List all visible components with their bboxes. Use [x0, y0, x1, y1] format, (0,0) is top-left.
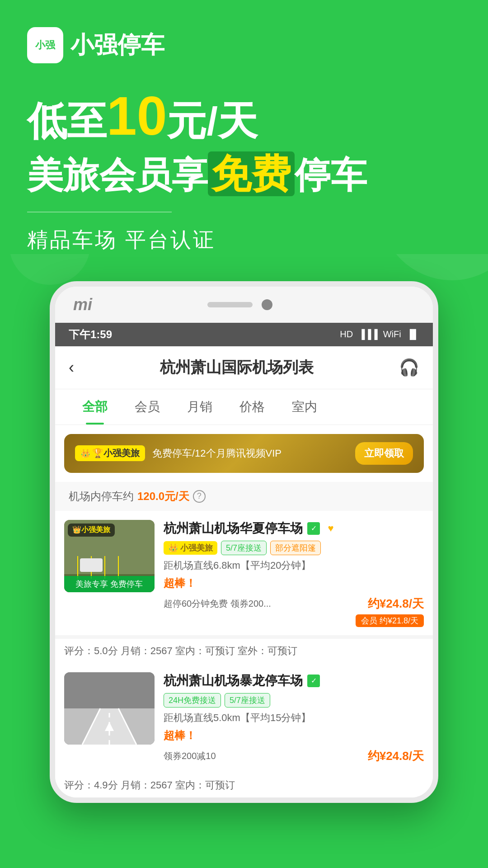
tab-monthly[interactable]: 月销 [174, 389, 226, 425]
member-price-area-1: 会员 约¥21.8/天 [164, 615, 424, 626]
thumb-badge-1: 👑小强美旅 [68, 524, 115, 537]
hero-line2-highlight: 免费 [208, 151, 295, 196]
distance-1: 距机场直线6.8km【平均20分钟】 [164, 559, 424, 572]
tag-shuttle-2: 5/7座接送 [225, 693, 270, 708]
phone-camera [262, 299, 272, 310]
banner-left: 👑 🏆小强美旅 免费停车/12个月腾讯视频VIP [75, 445, 282, 461]
status-time: 下午1:59 [69, 327, 112, 342]
nav-back-button[interactable]: ‹ [69, 358, 74, 377]
status-bar: 下午1:59 HD ▐▐▐ WiFi ▐▌ [55, 323, 433, 346]
app-header: 小强 小强停车 [27, 27, 461, 63]
tabs-row: 全部 会员 月销 价格 室内 [55, 389, 433, 425]
tag-meilv-1: 👑 小强美旅 [164, 541, 217, 555]
app-logo: 小强 [27, 27, 63, 63]
svg-rect-6 [80, 558, 103, 572]
status-icons: HD ▐▐▐ WiFi ▐▌ [340, 329, 419, 340]
logo-text: 小强 [35, 38, 55, 52]
divider [27, 212, 172, 212]
hd-icon: HD [340, 329, 353, 340]
stats-text-2: 评分：4.9分 月销：2567 室内：可预订 [64, 778, 235, 792]
banner-claim-button[interactable]: 立即领取 [355, 442, 413, 465]
nav-service-button[interactable]: 🎧 [399, 358, 419, 377]
info-icon[interactable]: ? [193, 490, 206, 503]
banner-logo: 👑 🏆小强美旅 [75, 445, 145, 461]
hero-section: 小强 小强停车 低至10元/天 美旅会员享免费停车 精品车场 平台认证 [0, 0, 488, 254]
tab-indoor[interactable]: 室内 [278, 389, 331, 425]
thumb-image-2 [64, 672, 155, 745]
parking-name-2: 杭州萧山机场暴龙停车场 [164, 672, 303, 689]
hero-prefix: 低至 [27, 99, 107, 143]
hero-number: 10 [107, 85, 167, 146]
tag-shuttle-1: 5/7座接送 [221, 541, 267, 555]
app-name: 小强停车 [70, 29, 164, 61]
price-area-1: 超停60分钟免费 领券200... 约¥24.8/天 [164, 596, 424, 612]
distance-2: 距机场直线5.0km【平均15分钟】 [164, 711, 424, 725]
tab-price[interactable]: 价格 [226, 389, 278, 425]
signal-icon: ▐▐▐ [358, 329, 378, 340]
parking-item-2[interactable]: 杭州萧山机场暴龙停车场 ✓ 24H免费接送 5/7座接送 距机场直线5.0km【… [55, 663, 433, 773]
tab-member[interactable]: 会员 [121, 389, 174, 425]
hero-line1: 低至10元/天 [27, 86, 461, 146]
hero-line2-suffix: 停车 [295, 155, 367, 195]
rating-text-2: 超棒！ [164, 728, 196, 743]
price-info: 机场内停车约 120.0元/天 ? [55, 482, 433, 511]
thumb-badge-text-1: 👑小强美旅 [72, 526, 110, 533]
banner-logo-text: 🏆小强美旅 [92, 447, 140, 459]
thumb-bottom-tag-1: 美旅专享 免费停车 [64, 576, 155, 592]
member-price-1: 会员 约¥21.8/天 [356, 614, 424, 627]
phone-camera-area [207, 299, 272, 310]
stats-row-2: 评分：4.9分 月销：2567 室内：可预订 [55, 773, 433, 797]
rating-row-1: 超棒！ [164, 576, 424, 590]
phone-wrapper: mi 下午1:59 HD ▐▐▐ WiFi ▐▌ ‹ 杭州萧山国际机场列表 🎧 [0, 281, 488, 803]
shield-icon-1: ✓ [307, 522, 320, 535]
parking-name-1: 杭州萧山机场华夏停车场 [164, 520, 303, 537]
hero-line2-prefix: 美旅会员享 [27, 155, 208, 195]
hero-line2: 美旅会员享免费停车 [27, 150, 461, 198]
phone-brand: mi [73, 295, 92, 314]
promo-banner: 👑 🏆小强美旅 免费停车/12个月腾讯视频VIP 立即领取 [64, 434, 424, 473]
parking-info-1: 杭州萧山机场华夏停车场 ✓ ♥ 👑 小强美旅 5/7座接送 部分遮阳篷 距机场直… [164, 520, 424, 626]
phone-top-bar: mi [55, 287, 433, 323]
battery-icon: ▐▌ [407, 329, 419, 340]
tags-row-1: 👑 小强美旅 5/7座接送 部分遮阳篷 [164, 541, 424, 555]
stats-row-1: 评分：5.0分 月销：2567 室内：可预订 室外：可预订 [55, 639, 433, 663]
nav-title: 杭州萧山国际机场列表 [160, 357, 314, 378]
discount-1: 超停60分钟免费 领券200... [164, 598, 271, 610]
banner-text: 免费停车/12个月腾讯视频VIP [152, 447, 282, 460]
parking-thumb-2 [64, 672, 155, 745]
shield-icon-2: ✓ [307, 675, 320, 687]
phone-speaker [207, 302, 253, 307]
price-main-2: 约¥24.8/天 [368, 748, 424, 764]
phone-frame: mi 下午1:59 HD ▐▐▐ WiFi ▐▌ ‹ 杭州萧山国际机场列表 🎧 [50, 281, 438, 803]
heart-icon-1: ♥ [324, 522, 337, 535]
nav-bar: ‹ 杭州萧山国际机场列表 🎧 [55, 346, 433, 389]
tab-all[interactable]: 全部 [69, 389, 121, 425]
rating-text-1: 超棒！ [164, 576, 196, 590]
tag-shade-1: 部分遮阳篷 [270, 541, 321, 555]
parking-name-row-1: 杭州萧山机场华夏停车场 ✓ ♥ [164, 520, 424, 537]
wifi-icon: WiFi [383, 329, 401, 340]
parking-name-row-2: 杭州萧山机场暴龙停车场 ✓ [164, 672, 424, 689]
price-main-1: 约¥24.8/天 [368, 596, 424, 612]
crown-icon: 👑 [80, 448, 90, 458]
tag-24h-2: 24H免费接送 [164, 693, 221, 708]
stats-text-1: 评分：5.0分 月销：2567 室内：可预订 室外：可预订 [64, 644, 297, 658]
discount-2: 领券200减10 [164, 750, 216, 762]
hero-suffix: 元/天 [167, 99, 257, 143]
subtitle: 精品车场 平台认证 [27, 226, 461, 254]
price-info-text: 机场内停车约 [69, 489, 134, 504]
parking-item-1[interactable]: 👑小强美旅 美旅专享 免费停车 杭州萧山机场华夏停车场 ✓ ♥ 👑 小强美旅 5… [55, 511, 433, 639]
price-area-2: 领券200减10 约¥24.8/天 [164, 748, 424, 764]
rating-row-2: 超棒！ [164, 728, 424, 743]
parking-thumb-1: 👑小强美旅 美旅专享 免费停车 [64, 520, 155, 592]
parking-info-2: 杭州萧山机场暴龙停车场 ✓ 24H免费接送 5/7座接送 距机场直线5.0km【… [164, 672, 424, 764]
price-info-value: 120.0元/天 [137, 489, 189, 504]
tags-row-2: 24H免费接送 5/7座接送 [164, 693, 424, 708]
